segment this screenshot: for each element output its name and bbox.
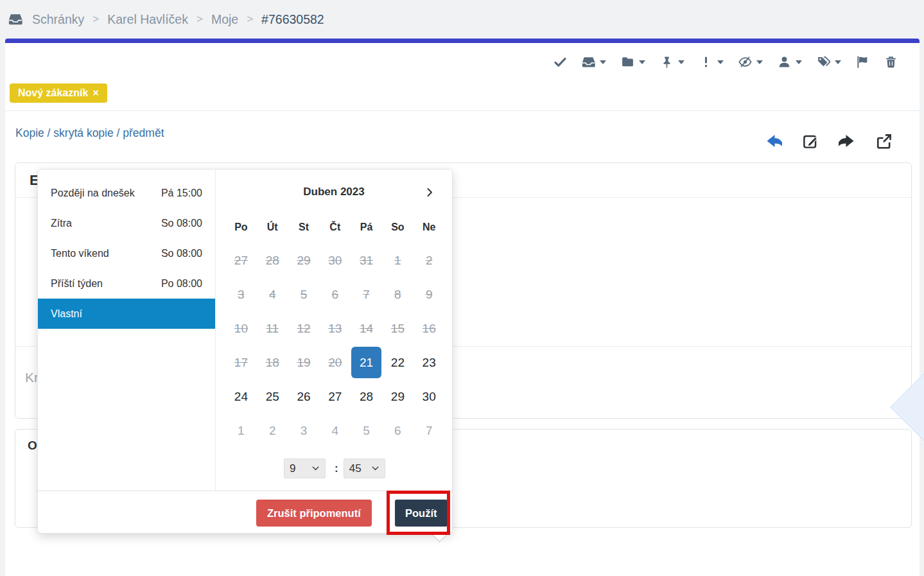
breadcrumb-item[interactable]: Moje [211, 12, 238, 27]
calendar-day[interactable]: 3 [288, 414, 320, 448]
breadcrumb-item[interactable]: Karel Havlíček [107, 12, 188, 27]
reply-icon[interactable] [765, 132, 782, 150]
calendar-day[interactable]: 2 [257, 414, 288, 448]
tool-exclamation[interactable] [699, 55, 724, 69]
calendar: Duben 2023 PoÚtStČtPáSoNe 27282930311234… [216, 170, 452, 491]
tool-inbox[interactable] [582, 55, 606, 69]
inbox-icon [582, 55, 595, 69]
tag-close-icon[interactable]: × [92, 87, 98, 99]
calendar-day[interactable]: 28 [351, 380, 382, 414]
calendar-day[interactable]: 14 [351, 311, 382, 345]
pin-icon [660, 55, 674, 69]
calendar-day[interactable]: 12 [288, 311, 320, 345]
ticket-toolbar [554, 55, 898, 69]
calendar-day[interactable]: 30 [319, 243, 351, 277]
weekday-label: So [391, 222, 404, 233]
breadcrumb: Schránky>Karel Havlíček>Moje>#76630582 [0, 0, 924, 39]
calendar-day[interactable]: 13 [319, 311, 351, 345]
calendar-day[interactable]: 15 [382, 311, 414, 345]
calendar-day[interactable]: 4 [319, 414, 351, 448]
calendar-day[interactable]: 26 [288, 380, 320, 414]
calendar-day[interactable]: 27 [225, 243, 257, 277]
calendar-day[interactable]: 22 [382, 345, 414, 380]
tool-eye-slash[interactable] [738, 55, 763, 69]
preset-time: Pá 15:00 [161, 188, 202, 199]
calendar-day[interactable]: 6 [382, 414, 414, 448]
calendar-day[interactable]: 1 [225, 414, 257, 448]
calendar-day[interactable]: 6 [319, 277, 351, 311]
calendar-day[interactable]: 4 [257, 277, 288, 311]
exclamation-icon [699, 55, 713, 69]
calendar-day[interactable]: 16 [414, 311, 445, 345]
calendar-day[interactable]: 31 [351, 243, 382, 277]
share-icon[interactable] [876, 133, 893, 150]
calendar-day[interactable]: 1 [382, 243, 414, 277]
calendar-day[interactable]: 19 [288, 345, 320, 380]
calendar-day[interactable]: 10 [225, 311, 257, 345]
caret-down-icon [678, 60, 684, 64]
date-grid: 2728293031123456789101112131415161718192… [225, 243, 452, 448]
tool-user[interactable] [778, 55, 802, 69]
calendar-day[interactable]: 7 [351, 277, 382, 311]
calendar-day[interactable]: 9 [414, 277, 445, 311]
cc-subject-link[interactable]: Kopie / skrytá kopie / předmět [15, 127, 164, 140]
calendar-day[interactable]: 23 [414, 345, 445, 380]
preset-label: Příští týden [51, 278, 103, 290]
weekday-label: Ne [423, 222, 435, 233]
cancel-reminder-button[interactable]: Zrušit připomenutí [256, 500, 372, 527]
calendar-day[interactable]: 5 [351, 414, 382, 448]
tool-check[interactable] [554, 55, 567, 69]
calendar-day[interactable]: 24 [225, 380, 257, 414]
preset-option[interactable]: Později na dnešekPá 15:00 [38, 178, 215, 208]
accent-line [5, 39, 920, 43]
time-row: 9 : 45 [284, 458, 452, 478]
edit-icon[interactable] [802, 133, 819, 150]
calendar-title: Duben 2023 [216, 186, 452, 198]
calendar-day[interactable]: 18 [257, 345, 288, 380]
tool-flag[interactable] [856, 55, 869, 69]
calendar-day[interactable]: 17 [225, 345, 257, 380]
preset-option[interactable]: Vlastní [38, 299, 215, 329]
annotation-highlight [387, 491, 450, 535]
breadcrumb-separator: > [196, 13, 203, 26]
calendar-day[interactable]: 8 [382, 277, 414, 311]
trash-icon [884, 55, 898, 69]
calendar-day[interactable]: 30 [414, 380, 445, 414]
caret-down-icon [639, 60, 645, 64]
calendar-day[interactable]: 28 [257, 243, 288, 277]
minute-select[interactable]: 45 [344, 458, 385, 478]
caret-down-icon [600, 60, 606, 64]
calendar-day[interactable]: 20 [319, 345, 351, 380]
calendar-day[interactable]: 3 [225, 277, 257, 311]
flag-icon [856, 55, 869, 69]
calendar-day[interactable]: 25 [257, 380, 288, 414]
tool-pin[interactable] [660, 55, 684, 69]
tags-icon [817, 55, 830, 69]
forward-icon[interactable] [839, 132, 856, 150]
calendar-day[interactable]: 29 [382, 380, 414, 414]
calendar-day[interactable]: 29 [288, 243, 320, 277]
tool-tags[interactable] [817, 55, 841, 69]
calendar-day[interactable]: 27 [319, 380, 351, 414]
app: Schránky>Karel Havlíček>Moje>#76630582 N… [0, 0, 924, 576]
breadcrumb-item[interactable]: Schránky [32, 12, 84, 27]
calendar-day[interactable]: 11 [257, 311, 288, 345]
weekday-row: PoÚtStČtPáSoNe [225, 222, 452, 233]
hour-select[interactable]: 9 [284, 458, 326, 478]
inbox-icon [8, 12, 22, 26]
calendar-day[interactable]: 5 [288, 277, 320, 311]
calendar-day[interactable]: 21 [351, 345, 382, 380]
customer-tag[interactable]: Nový zákazník × [10, 83, 107, 103]
preset-time: So 08:00 [161, 248, 202, 259]
calendar-day[interactable]: 7 [414, 414, 445, 448]
preset-option[interactable]: Příští týdenPo 08:00 [38, 268, 215, 299]
calendar-day[interactable]: 2 [414, 243, 445, 277]
next-month-icon[interactable] [424, 187, 435, 198]
chevron-down-icon [371, 464, 379, 473]
tool-trash[interactable] [884, 55, 898, 69]
caret-down-icon [835, 60, 841, 64]
tool-folder[interactable] [621, 55, 645, 69]
preset-option[interactable]: Tento víkendSo 08:00 [38, 238, 215, 268]
preset-option[interactable]: ZítraSo 08:00 [38, 208, 215, 238]
check-icon [554, 55, 567, 69]
